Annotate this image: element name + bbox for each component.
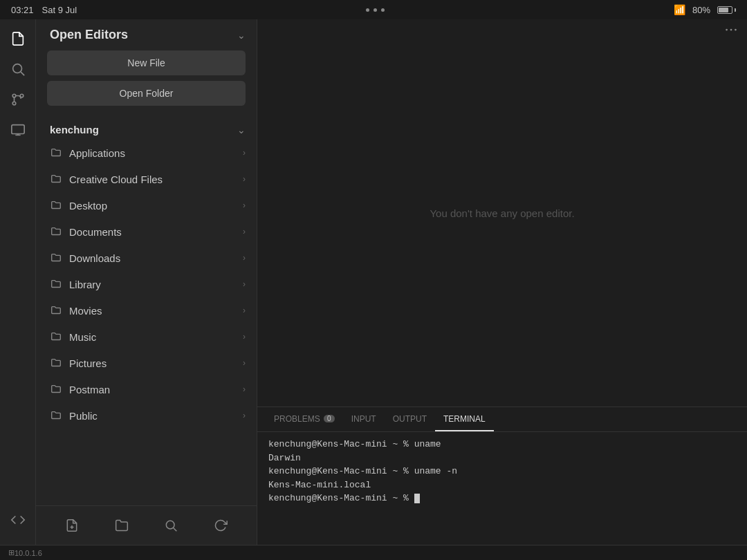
- battery-icon: [717, 6, 736, 14]
- open-folder-bottom-icon[interactable]: [109, 513, 134, 538]
- no-editor-message: You don't have any open editor.: [430, 207, 574, 219]
- terminal-cursor: [414, 494, 420, 503]
- section-name: kenchung: [50, 124, 99, 136]
- terminal-line: kenchung@Kens-Mac-mini ~ % uname: [268, 438, 736, 451]
- folder-section: kenchung ⌄ Applications › Creative Cloud…: [36, 114, 257, 505]
- search-bottom-icon[interactable]: [158, 513, 183, 538]
- folder-icon: [50, 278, 62, 290]
- open-folder-button[interactable]: Open Folder: [47, 81, 246, 106]
- svg-point-14: [735, 29, 737, 31]
- folder-label: Documents: [69, 226, 122, 238]
- folder-label: Pictures: [69, 357, 107, 369]
- folder-chevron-icon: ›: [243, 384, 246, 394]
- new-file-button[interactable]: New File: [47, 50, 246, 75]
- folder-list: Applications › Creative Cloud Files › De…: [36, 140, 257, 429]
- sidebar-bottom-toolbar: [36, 505, 257, 545]
- search-icon[interactable]: [4, 55, 32, 83]
- folder-item[interactable]: Public ›: [36, 402, 257, 429]
- tab-problems[interactable]: PROBLEMS 0: [266, 407, 343, 431]
- folder-icon: [50, 330, 62, 343]
- folder-item-left: Applications: [50, 147, 125, 159]
- folder-item-left: Movies: [50, 304, 102, 317]
- folder-chevron-icon: ›: [243, 174, 246, 184]
- folder-item[interactable]: Music ›: [36, 324, 257, 350]
- terminal-line: kenchung@Kens-Mac-mini ~ % uname -n: [268, 465, 736, 478]
- folder-label: Public: [69, 410, 98, 422]
- tab-terminal-label: TERMINAL: [443, 414, 486, 424]
- folder-item[interactable]: Applications ›: [36, 140, 257, 166]
- folder-label: Desktop: [69, 200, 107, 212]
- folder-chevron-icon: ›: [243, 253, 246, 263]
- folder-label: Downloads: [69, 252, 120, 264]
- folder-item-left: Pictures: [50, 357, 107, 369]
- folder-item[interactable]: Pictures ›: [36, 350, 257, 376]
- battery-percent: 80%: [692, 5, 710, 15]
- terminal-line: Darwin: [268, 451, 736, 465]
- more-button[interactable]: [723, 22, 739, 40]
- folder-icon: [50, 357, 62, 369]
- folder-item[interactable]: Downloads ›: [36, 245, 257, 271]
- folder-item[interactable]: Documents ›: [36, 218, 257, 245]
- folder-icon: [50, 199, 62, 212]
- tab-terminal[interactable]: TERMINAL: [435, 407, 494, 431]
- folder-chevron-icon: ›: [243, 279, 246, 289]
- terminal-line: kenchung@Kens-Mac-mini ~ %: [268, 492, 736, 505]
- panel: PROBLEMS 0 INPUT OUTPUT TERMINAL kenchun…: [257, 407, 747, 545]
- terminal-content[interactable]: kenchung@Kens-Mac-mini ~ % unameDarwinke…: [257, 432, 747, 545]
- folder-item[interactable]: Movies ›: [36, 297, 257, 324]
- new-file-bottom-icon[interactable]: [59, 513, 84, 538]
- refresh-bottom-icon[interactable]: [208, 513, 233, 538]
- folder-item-left: Postman: [50, 383, 110, 395]
- folder-chevron-icon: ›: [243, 200, 246, 210]
- files-icon[interactable]: [4, 25, 32, 53]
- folder-label: Applications: [69, 147, 125, 159]
- folder-label: Music: [69, 331, 96, 343]
- section-header[interactable]: kenchung ⌄: [36, 117, 257, 140]
- version-label: ⊞: [8, 548, 15, 557]
- folder-icon: [50, 147, 62, 159]
- svg-point-13: [730, 29, 732, 31]
- sidebar-collapse-icon[interactable]: ⌄: [237, 30, 246, 41]
- wifi-icon: 📶: [674, 4, 685, 15]
- section-collapse-icon: ⌄: [237, 124, 246, 136]
- folder-item[interactable]: Desktop ›: [36, 192, 257, 218]
- folder-item[interactable]: Creative Cloud Files ›: [36, 166, 257, 192]
- folder-chevron-icon: ›: [243, 332, 246, 342]
- svg-point-4: [12, 102, 16, 105]
- sidebar-header: Open Editors ⌄: [36, 19, 257, 48]
- folder-item-left: Documents: [50, 225, 122, 238]
- folder-item-left: Public: [50, 409, 98, 422]
- folder-item-left: Downloads: [50, 252, 120, 264]
- source-control-icon[interactable]: [4, 86, 32, 113]
- tab-input-label: INPUT: [351, 414, 376, 424]
- svg-point-2: [12, 94, 16, 97]
- svg-point-0: [12, 64, 21, 73]
- extensions-icon[interactable]: [4, 506, 32, 534]
- problems-badge: 0: [324, 415, 335, 422]
- folder-chevron-icon: ›: [243, 358, 246, 368]
- tab-input[interactable]: INPUT: [343, 407, 385, 431]
- status-date: Sat 9 Jul: [42, 5, 77, 15]
- sidebar: Open Editors ⌄ New File Open Folder kenc…: [36, 19, 257, 545]
- tab-output[interactable]: OUTPUT: [385, 407, 435, 431]
- folder-chevron-icon: ›: [243, 227, 246, 236]
- folder-label: Library: [69, 279, 101, 290]
- folder-item[interactable]: Postman ›: [36, 376, 257, 402]
- folder-icon: [50, 173, 62, 185]
- editor-area: You don't have any open editor. PROBLEMS…: [257, 19, 747, 545]
- svg-rect-5: [11, 125, 24, 134]
- folder-icon: [50, 225, 62, 238]
- folder-item[interactable]: Library ›: [36, 271, 257, 297]
- folder-icon: [50, 252, 62, 264]
- editor-main: You don't have any open editor.: [257, 19, 747, 407]
- remote-icon[interactable]: [4, 116, 32, 144]
- status-right: 📶 80%: [674, 4, 736, 15]
- status-dots: [366, 8, 385, 12]
- folder-icon: [50, 304, 62, 317]
- panel-tabs: PROBLEMS 0 INPUT OUTPUT TERMINAL: [257, 407, 747, 432]
- version-number: 10.0.1.6: [15, 549, 42, 557]
- folder-item-left: Library: [50, 278, 101, 290]
- svg-line-11: [174, 528, 177, 532]
- sidebar-buttons: New File Open Folder: [36, 48, 257, 114]
- svg-point-10: [167, 521, 175, 529]
